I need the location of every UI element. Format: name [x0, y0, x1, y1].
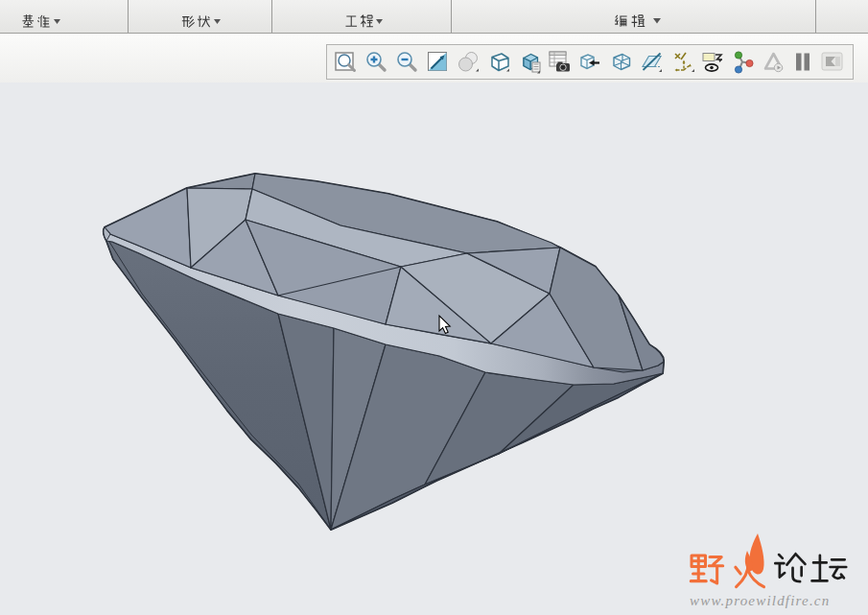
svg-text:www.proewildfire.cn: www.proewildfire.cn: [690, 593, 830, 608]
